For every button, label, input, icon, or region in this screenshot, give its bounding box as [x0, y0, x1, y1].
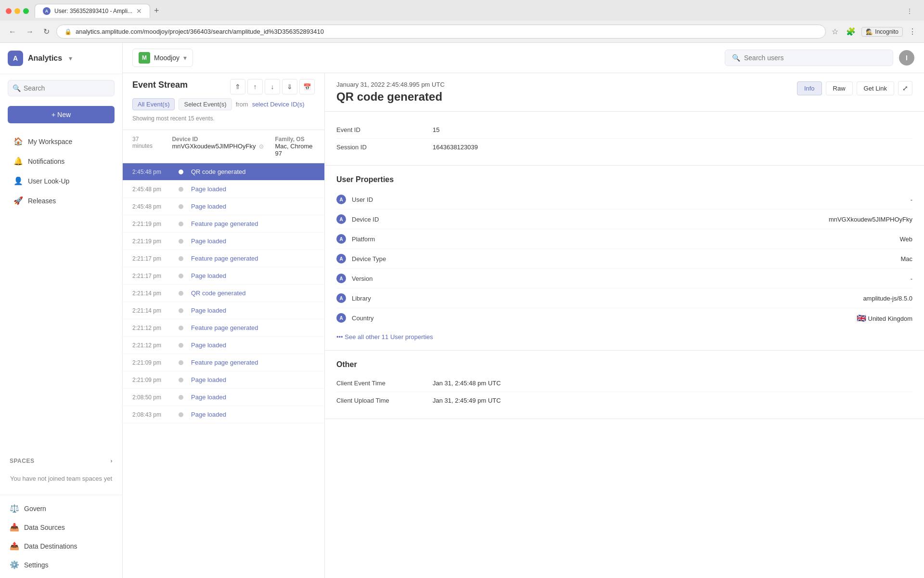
sidebar-item-govern[interactable]: ⚖️ Govern: [0, 499, 122, 518]
property-value: Web: [900, 236, 913, 243]
event-detail-actions: Info Raw Get Link ⤢: [797, 81, 912, 95]
event-name: Page loaded: [191, 411, 226, 418]
sidebar-item-user-look-up[interactable]: 👤 User Look-Up: [4, 171, 118, 190]
filter-select-events-button[interactable]: Select Event(s): [179, 98, 231, 110]
nav-next-button[interactable]: ↓: [265, 79, 280, 94]
event-dot: [179, 274, 183, 278]
event-name: Feature page generated: [191, 359, 258, 366]
sidebar-item-notifications[interactable]: 🔔 Notifications: [4, 152, 118, 171]
event-dot: [179, 308, 183, 313]
forward-button[interactable]: →: [23, 26, 37, 38]
event-row[interactable]: 2:21:19 pm Page loaded: [123, 233, 324, 250]
event-time: 2:21:09 pm: [132, 377, 171, 383]
event-row[interactable]: 2:08:50 pm Page loaded: [123, 389, 324, 406]
showing-text: Showing most recent 15 events.: [132, 113, 315, 124]
search-users-icon: 🔍: [732, 54, 740, 62]
event-row[interactable]: 2:21:19 pm Feature page generated: [123, 215, 324, 233]
property-key: Version: [352, 275, 911, 282]
event-row[interactable]: 2:21:12 pm Feature page generated: [123, 319, 324, 337]
browser-menu-dots[interactable]: ⋮: [907, 8, 912, 14]
event-stream-container: Event Stream ⇑ ↑ ↓ ⇓ 📅 All Event(s) Sele…: [123, 73, 924, 578]
property-value: mnVGXkoudew5JIMPHOyFky: [829, 216, 912, 223]
sidebar-item-label: Notifications: [28, 158, 64, 165]
user-property-row: A Platform Web: [336, 229, 912, 249]
calendar-button[interactable]: 📅: [299, 79, 315, 94]
info-button[interactable]: Info: [797, 81, 822, 95]
sidebar-app-chevron-icon[interactable]: ▾: [69, 54, 72, 62]
sidebar-bottom-label: Settings: [24, 561, 49, 569]
event-row[interactable]: 2:45:48 pm Page loaded: [123, 198, 324, 215]
raw-button[interactable]: Raw: [826, 81, 853, 95]
filter-device-button[interactable]: select Device ID(s): [252, 101, 305, 108]
spaces-chevron-icon[interactable]: ›: [111, 458, 113, 464]
url-bar[interactable]: 🔒 analytics.amplitude.com/moodjoy/projec…: [56, 25, 826, 39]
event-dot: [179, 412, 183, 417]
project-selector[interactable]: M Moodjoy ▾: [132, 49, 193, 67]
event-row[interactable]: 2:21:14 pm QR code generated: [123, 285, 324, 302]
sidebar-item-data-destinations[interactable]: 📤 Data Destinations: [0, 537, 122, 555]
sidebar-bottom-label: Data Destinations: [24, 542, 77, 550]
event-row[interactable]: 2:21:12 pm Page loaded: [123, 337, 324, 354]
event-row[interactable]: 2:45:48 pm Page loaded: [123, 181, 324, 198]
extension-button[interactable]: 🧩: [844, 25, 858, 38]
maximize-window-button[interactable]: [23, 8, 29, 14]
event-name: Page loaded: [191, 185, 226, 193]
event-dot: [179, 343, 183, 348]
other-value: Jan 31, 2:45:48 pm UTC: [433, 380, 501, 387]
search-users-box[interactable]: 🔍: [725, 50, 893, 66]
reload-button[interactable]: ↻: [40, 25, 52, 38]
sidebar-item-releases[interactable]: 🚀 Releases: [4, 191, 118, 210]
event-row[interactable]: 2:21:09 pm Feature page generated: [123, 354, 324, 371]
event-row[interactable]: 2:45:48 pm QR code generated: [123, 163, 324, 181]
nav-prev-button[interactable]: ↑: [247, 79, 263, 94]
search-users-input[interactable]: [744, 54, 886, 62]
event-row[interactable]: 2:21:14 pm Page loaded: [123, 302, 324, 319]
event-time: 2:21:14 pm: [132, 307, 171, 314]
event-time: 2:08:50 pm: [132, 394, 171, 401]
browser-tabs: A User: 356352893410 - Ampli... ✕ +: [35, 4, 163, 18]
property-value: -: [911, 275, 912, 282]
main-header: M Moodjoy ▾ 🔍 I: [123, 43, 924, 73]
see-all-link[interactable]: ••• See all other 11 User properties: [336, 333, 912, 341]
event-row[interactable]: 2:08:43 pm Page loaded: [123, 406, 324, 423]
browser-chrome: A User: 356352893410 - Ampli... ✕ + ⋮: [0, 0, 924, 21]
property-key: User ID: [352, 196, 911, 203]
spaces-header: SPACES ›: [10, 458, 113, 464]
event-dot: [179, 326, 183, 330]
device-copy-icon[interactable]: ⊙: [259, 143, 264, 150]
event-stream-title: Event Stream: [132, 80, 188, 90]
minimize-window-button[interactable]: [14, 8, 20, 14]
sidebar-item-data-sources[interactable]: 📥 Data Sources: [0, 518, 122, 537]
user-properties-section: User Properties A User ID - A Device ID …: [325, 166, 924, 351]
sidebar-item-settings[interactable]: ⚙️ Settings: [0, 555, 122, 574]
event-row[interactable]: 2:21:09 pm Page loaded: [123, 371, 324, 389]
avatar[interactable]: I: [899, 50, 914, 66]
search-input[interactable]: [8, 80, 115, 96]
property-key: Device ID: [352, 216, 829, 223]
new-tab-button[interactable]: +: [150, 4, 163, 18]
event-id-value: 15: [433, 126, 439, 133]
browser-menu-button[interactable]: ⋮: [907, 25, 918, 38]
event-row[interactable]: 2:21:17 pm Page loaded: [123, 267, 324, 285]
sidebar-item-my-workspace[interactable]: 🏠 My Workspace: [4, 132, 118, 151]
nav-first-button[interactable]: ⇑: [230, 79, 245, 94]
new-button[interactable]: + New: [8, 106, 115, 123]
nav-last-button[interactable]: ⇓: [282, 79, 297, 94]
incognito-button[interactable]: 🕵️ Incognito: [861, 27, 903, 37]
bookmark-button[interactable]: ☆: [830, 25, 840, 38]
user-properties-list: A User ID - A Device ID mnVGXkoudew5JIMP…: [336, 190, 912, 328]
browser-actions: ☆ 🧩 🕵️ Incognito ⋮: [830, 25, 918, 38]
browser-tab-active[interactable]: A User: 356352893410 - Ampli... ✕: [35, 4, 150, 18]
property-icon: A: [336, 293, 346, 303]
main-content: M Moodjoy ▾ 🔍 I Event: [123, 43, 924, 578]
expand-button[interactable]: ⤢: [898, 81, 912, 95]
property-key: Country: [352, 315, 857, 322]
back-button[interactable]: ←: [6, 26, 19, 38]
event-name: Feature page generated: [191, 220, 258, 227]
get-link-button[interactable]: Get Link: [857, 81, 894, 95]
tab-close-button[interactable]: ✕: [136, 7, 142, 15]
close-window-button[interactable]: [6, 8, 12, 14]
filter-all-events-button[interactable]: All Event(s): [132, 98, 175, 110]
event-detail-panel: January 31, 2022 2:45:48.995 pm UTC QR c…: [325, 73, 924, 578]
event-row[interactable]: 2:21:17 pm Feature page generated: [123, 250, 324, 267]
